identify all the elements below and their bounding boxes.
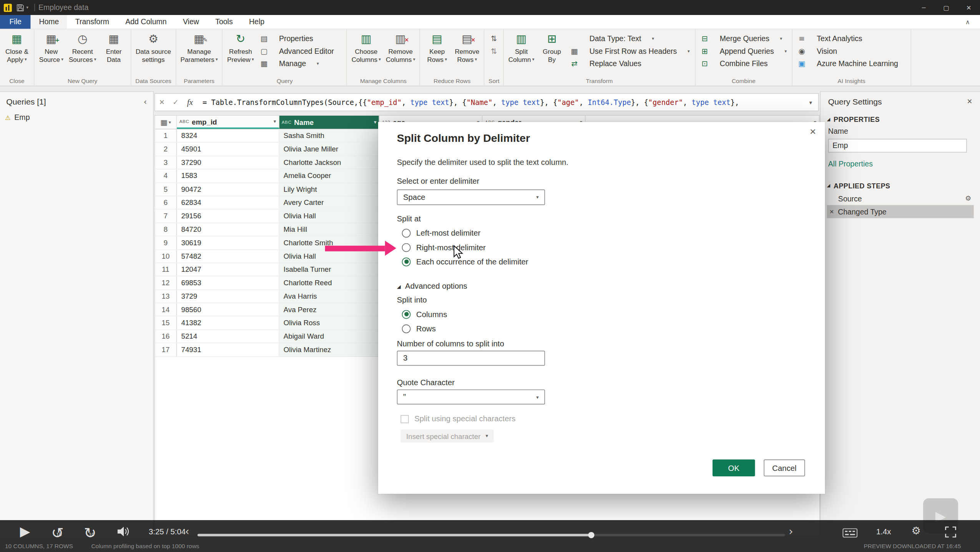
all-properties-link[interactable]: All Properties [821, 155, 980, 173]
close-icon[interactable]: ✕ [809, 127, 816, 136]
query-item-emp[interactable]: ⚠Emp [0, 111, 153, 125]
cell-name[interactable]: Lily Wright [279, 183, 379, 196]
ribbon-button-choose-columns[interactable]: ▥ChooseColumns▾ [350, 31, 383, 77]
quote-character-select[interactable]: " ▾ [397, 389, 545, 404]
chevron-right-icon[interactable]: › [789, 525, 793, 538]
cell-emp-id[interactable]: 30619 [177, 236, 279, 249]
cell-emp-id[interactable]: 84720 [177, 223, 279, 236]
ribbon-button-properties[interactable]: ▤Properties [257, 33, 344, 45]
row-number[interactable]: 12 [155, 276, 177, 289]
column-header-name[interactable]: ABCName▾ [279, 116, 379, 129]
row-number[interactable]: 6 [155, 196, 177, 209]
maximize-button[interactable]: ▢ [935, 0, 958, 15]
row-number[interactable]: 16 [155, 330, 177, 343]
cell-emp-id[interactable]: 12047 [177, 263, 279, 276]
cell-emp-id[interactable]: 69853 [177, 276, 279, 289]
ok-button[interactable]: OK [713, 459, 755, 476]
menu-tab-add-column[interactable]: Add Column [117, 15, 175, 29]
ribbon-button-azure-machine-learning[interactable]: ▣Azure Machine Learning [795, 58, 908, 70]
ribbon-button-recent-sources[interactable]: ◷RecentSources▾ [67, 31, 98, 77]
row-number[interactable]: 8 [155, 223, 177, 236]
row-number[interactable]: 2 [155, 143, 177, 155]
menu-tab-help[interactable]: Help [241, 15, 272, 29]
rewind-10-button[interactable]: ↺ 10 [51, 526, 69, 544]
ribbon-button-remove-columns[interactable]: ▥✕RemoveColumns▾ [384, 31, 417, 77]
menu-tab-home[interactable]: Home [31, 15, 67, 29]
cancel-button[interactable]: Cancel [764, 459, 805, 476]
step-settings-icon[interactable]: ⚙ [965, 195, 971, 203]
ribbon-button-combine-files[interactable]: ⊡Combine Files [698, 58, 789, 70]
cancel-formula-icon[interactable]: ✕ [155, 98, 169, 106]
captions-icon[interactable] [842, 528, 857, 537]
ribbon-button-use-first-row-as-headers[interactable]: ▦Use First Row as Headers▾ [568, 45, 693, 58]
ribbon-button-text-analytics[interactable]: ≡Text Analytics [795, 33, 908, 45]
cell-name[interactable]: Charlotte Jackson [279, 156, 379, 169]
row-number[interactable]: 10 [155, 250, 177, 263]
delimiter-select[interactable]: Space ▾ [397, 190, 545, 205]
cell-emp-id[interactable]: 1583 [177, 170, 279, 182]
ribbon-button-new-source[interactable]: ▦+NewSource▾ [37, 31, 66, 77]
row-number[interactable]: 1 [155, 130, 177, 142]
split-into-option-columns[interactable]: Columns [402, 307, 447, 321]
save-icon[interactable] [16, 3, 24, 12]
cell-name[interactable]: Charlotte Reed [279, 276, 379, 289]
row-number[interactable]: 9 [155, 236, 177, 249]
cell-name[interactable]: Abigail Ward [279, 330, 379, 343]
ribbon-button-group-by[interactable]: ⊞GroupBy [538, 31, 566, 77]
num-columns-input[interactable]: 3 [397, 351, 545, 366]
expand-formula-icon[interactable]: ▾ [803, 99, 818, 105]
cell-emp-id[interactable]: 98560 [177, 303, 279, 316]
filter-icon[interactable]: ▾ [372, 120, 377, 125]
cell-name[interactable]: Isabella Turner [279, 263, 379, 276]
row-number[interactable]: 13 [155, 290, 177, 303]
ribbon-button-manage-parameters[interactable]: ▦✎ManageParameters▾ [179, 31, 220, 77]
ribbon-button-enter-data[interactable]: ▦EnterData [100, 31, 128, 77]
cell-emp-id[interactable]: 29156 [177, 209, 279, 222]
cell-name[interactable]: Olivia Martinez [279, 343, 379, 356]
ribbon-button-vision[interactable]: ◉Vision [795, 45, 908, 58]
ribbon-button-data-type-text[interactable]: Data Type: Text▾ [568, 33, 693, 45]
applied-step-source[interactable]: Source⚙ [827, 192, 974, 205]
seek-bar-thumb[interactable] [588, 532, 594, 538]
collapse-ribbon-icon[interactable]: ∧ [965, 18, 970, 25]
cell-emp-id[interactable]: 57482 [177, 250, 279, 263]
cell-name[interactable]: Amelia Cooper [279, 170, 379, 182]
split-at-option-each-occurrence-of-the-delimiter[interactable]: Each occurrence of the delimiter [402, 254, 528, 269]
ribbon-button-close-apply[interactable]: ▦Close &Apply▾ [3, 31, 32, 77]
advanced-options-toggle[interactable]: ◢ Advanced options [397, 282, 467, 291]
cell-name[interactable]: Olivia Ross [279, 317, 379, 329]
ribbon-button-keep-rows[interactable]: ▤KeepRows▾ [423, 31, 452, 77]
row-number[interactable]: 17 [155, 343, 177, 356]
cell-emp-id[interactable]: 62834 [177, 196, 279, 209]
forward-10-button[interactable]: ↻ 10 [84, 526, 101, 544]
minimize-button[interactable]: ─ [912, 0, 935, 15]
cell-name[interactable]: Olivia Hall [279, 209, 379, 222]
close-icon[interactable]: ✕ [967, 97, 973, 105]
ribbon-button-refresh-preview[interactable]: ↻RefreshPreview▾ [225, 31, 256, 77]
chevron-down-icon[interactable]: ▾ [26, 5, 28, 10]
menu-tab-file[interactable]: File [0, 15, 31, 29]
ribbon-button-append-queries[interactable]: ⊞Append Queries▾ [698, 45, 789, 58]
split-into-option-rows[interactable]: Rows [402, 321, 447, 336]
split-at-option-left-most-delimiter[interactable]: Left-most delimiter [402, 226, 528, 240]
menu-tab-view[interactable]: View [175, 15, 207, 29]
collapse-panel-icon[interactable]: ‹ [144, 96, 147, 106]
select-all-corner[interactable]: ▦ ▾ [155, 116, 177, 129]
cell-emp-id[interactable]: 8324 [177, 130, 279, 142]
applied-steps-section-header[interactable]: ◢ APPLIED STEPS [821, 177, 980, 192]
query-name-input[interactable]: Emp [828, 139, 967, 153]
menu-tab-tools[interactable]: Tools [207, 15, 241, 29]
split-at-option-right-most-delimiter[interactable]: Right-most delimiter [402, 240, 528, 254]
seek-bar[interactable] [198, 534, 785, 537]
column-header-emp-id[interactable]: ABCemp_id▾ [177, 116, 279, 129]
cell-emp-id[interactable]: 3729 [177, 290, 279, 303]
ribbon-button-sort-1[interactable]: ⇅ [487, 45, 501, 58]
menu-tab-transform[interactable]: Transform [67, 15, 117, 29]
commit-formula-icon[interactable]: ✓ [169, 98, 183, 106]
cell-emp-id[interactable]: 5214 [177, 330, 279, 343]
cell-name[interactable]: Ava Harris [279, 290, 379, 303]
cell-emp-id[interactable]: 41382 [177, 317, 279, 329]
close-button[interactable]: ✕ [957, 0, 980, 15]
applied-step-changed-type[interactable]: ✕Changed Type [827, 205, 974, 218]
cell-name[interactable]: Avery Carter [279, 196, 379, 209]
